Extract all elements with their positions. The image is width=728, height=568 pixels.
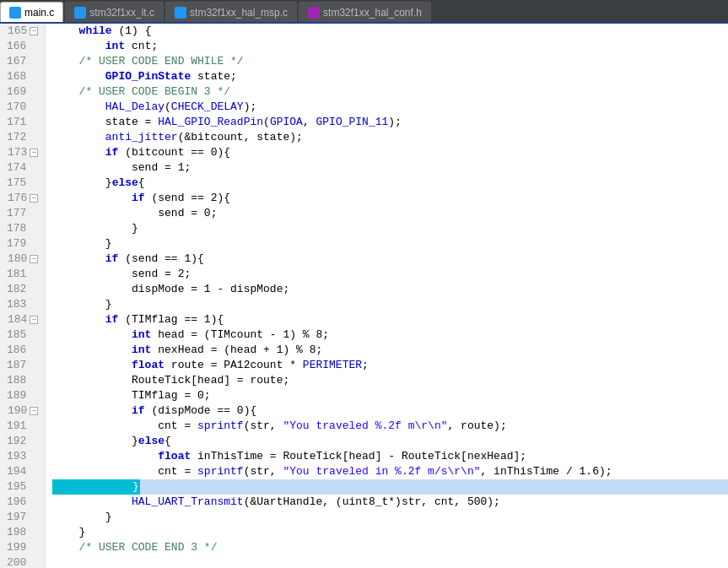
line-numbers: 165−166167168169170171172173−174175176−1…: [0, 24, 46, 568]
code-line-200: [52, 555, 728, 568]
tab-label-main-c: main.c: [24, 7, 54, 19]
line-num-text: 171: [7, 115, 26, 130]
line-num-text: 185: [7, 327, 26, 343]
token-plain: cnt;: [125, 39, 158, 54]
token-fn: sprintf: [197, 464, 244, 479]
code-line-177: send = 0;: [52, 206, 728, 221]
token-plain: state;: [191, 69, 237, 84]
line-number-167: 167: [7, 54, 38, 69]
code-line-189: TIMflag = 0;: [52, 388, 728, 403]
code-line-181: send = 2;: [52, 267, 728, 282]
line-number-174: 174: [7, 160, 38, 176]
line-num-text: 197: [7, 510, 26, 525]
line-num-text: 194: [7, 464, 26, 479]
code-line-184: if (TIMflag == 1){: [52, 312, 728, 327]
line-number-184: 184−: [7, 312, 38, 327]
token-fn: HAL_GPIO_ReadPin: [158, 115, 263, 130]
tab-bar: main.cstm32f1xx_it.cstm32f1xx_hal_msp.cs…: [0, 0, 728, 24]
line-num-text: 189: [7, 388, 26, 403]
code-line-170: HAL_Delay(CHECK_DELAY);: [52, 100, 728, 115]
tab-icon-stm32f1xx-hal-conf-h: [308, 7, 320, 19]
token-plain: (str,: [244, 419, 283, 434]
line-num-text: 195: [7, 479, 26, 495]
token-plain: (bitcount == 0){: [118, 145, 230, 160]
code-line-188: RouteTick[head] = route;: [52, 373, 728, 388]
tab-label-stm32f1xx-hal-conf-h: stm32f1xx_hal_conf.h: [323, 7, 422, 19]
code-line-165: while (1) {: [52, 24, 728, 39]
line-num-text: 183: [7, 297, 26, 312]
line-number-198: 198: [7, 525, 38, 540]
token-plain: }: [52, 221, 138, 236]
token-plain: cnt =: [52, 464, 197, 479]
tab-stm32f1xx-it-c[interactable]: stm32f1xx_it.c: [65, 2, 164, 22]
line-number-189: 189: [7, 388, 38, 403]
token-plain: (1) {: [112, 24, 152, 39]
code-line-166: int cnt;: [52, 39, 728, 54]
code-line-194: cnt = sprintf(str, "You traveled in %.2f…: [52, 464, 728, 479]
tab-icon-stm32f1xx-hal-msp-c: [175, 7, 186, 19]
token-plain: ,: [303, 115, 316, 130]
code-line-169: /* USER CODE BEGIN 3 */: [52, 84, 728, 100]
line-num-text: 175: [7, 176, 26, 191]
token-macro: GPIO_PIN_11: [316, 115, 389, 130]
token-plain: }: [52, 297, 111, 312]
token-plain: dispMode = 1 - dispMode;: [52, 282, 289, 297]
token-plain: send = 1;: [52, 160, 191, 176]
line-number-166: 166: [7, 39, 38, 54]
line-number-192: 192: [7, 434, 38, 449]
code-line-176: if (send == 2){: [52, 191, 728, 206]
token-plain: (send == 1){: [118, 252, 203, 267]
token-plain: (dispMode == 0){: [145, 403, 257, 419]
line-number-172: 172: [7, 130, 38, 145]
token-plain: }: [52, 510, 111, 525]
line-num-text: 167: [7, 54, 26, 69]
fold-indicator-173[interactable]: −: [30, 149, 38, 157]
token-kw: float: [52, 449, 191, 464]
line-num-text: 182: [7, 282, 26, 297]
token-plain: }: [52, 525, 85, 540]
token-plain: );: [244, 100, 257, 115]
tab-main-c[interactable]: main.c: [0, 2, 63, 22]
token-kw: GPIO_PinState: [52, 69, 191, 84]
token-kw: else: [112, 176, 138, 191]
line-number-191: 191: [7, 419, 38, 434]
line-num-text: 193: [7, 449, 26, 464]
fold-indicator-190[interactable]: −: [30, 407, 38, 415]
line-number-199: 199: [7, 540, 38, 555]
token-plain: }: [52, 434, 138, 449]
fold-indicator-184[interactable]: −: [30, 316, 38, 324]
token-fn: sprintf: [197, 419, 244, 434]
fold-indicator-176[interactable]: −: [30, 194, 38, 203]
line-number-183: 183: [7, 297, 38, 312]
tab-stm32f1xx-hal-conf-h[interactable]: stm32f1xx_hal_conf.h: [299, 2, 431, 22]
token-plain: }: [52, 479, 139, 495]
line-number-170: 170: [7, 100, 38, 115]
token-kw: int: [52, 327, 151, 343]
line-num-text: 165: [8, 24, 27, 39]
line-num-text: 188: [7, 373, 26, 388]
line-num-text: 192: [7, 434, 26, 449]
token-kw: if: [52, 252, 118, 267]
line-num-text: 199: [7, 540, 26, 555]
line-number-179: 179: [7, 236, 38, 252]
code-content[interactable]: while (1) { int cnt; /* USER CODE END WH…: [46, 24, 728, 568]
line-number-180: 180−: [7, 252, 38, 267]
line-number-185: 185: [7, 327, 38, 343]
line-number-176: 176−: [7, 191, 38, 206]
fold-indicator-180[interactable]: −: [30, 255, 38, 263]
tab-stm32f1xx-hal-msp-c[interactable]: stm32f1xx_hal_msp.c: [165, 2, 297, 22]
token-plain: send = 2;: [52, 267, 191, 282]
line-num-text: 174: [7, 160, 26, 176]
line-number-178: 178: [7, 221, 38, 236]
token-kw: if: [52, 403, 144, 419]
line-number-193: 193: [7, 449, 38, 464]
code-line-183: }: [52, 297, 728, 312]
token-fn: anti_jitter: [52, 130, 177, 145]
line-number-186: 186: [7, 343, 38, 358]
code-line-192: }else{: [52, 434, 728, 449]
token-kw: int: [52, 343, 151, 358]
code-line-179: }: [52, 236, 728, 252]
token-fn: HAL_Delay: [52, 100, 164, 115]
code-line-175: }else{: [52, 176, 728, 191]
fold-indicator-165[interactable]: −: [30, 27, 38, 35]
